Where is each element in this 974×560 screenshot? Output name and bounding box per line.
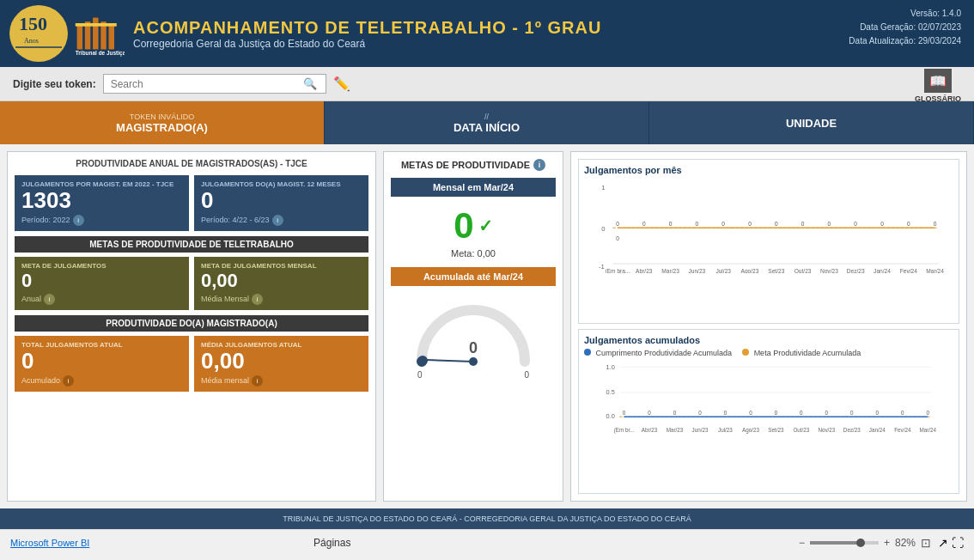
- prod1-label: TOTAL JULGAMENTOS ATUAL: [21, 341, 182, 349]
- prod-box-total: TOTAL JULGAMENTOS ATUAL 0 Acumulado i: [15, 336, 189, 392]
- svg-text:0: 0: [934, 221, 937, 227]
- center-info-icon[interactable]: i: [533, 159, 545, 171]
- svg-text:Set/23: Set/23: [768, 427, 784, 433]
- prod1-info-icon[interactable]: i: [63, 375, 74, 387]
- token-search-input[interactable]: [111, 78, 300, 90]
- zoom-handle[interactable]: [856, 539, 865, 547]
- svg-text:Ago/23: Ago/23: [741, 268, 759, 273]
- tab-magistrado[interactable]: Token Inválido MAGISTRADO(A): [0, 101, 325, 144]
- header-subtitle: Corregedoria Geral da Justiça do Estado …: [133, 38, 601, 50]
- svg-rect-9: [109, 26, 114, 50]
- metric2-period: Período: 4/22 - 6/23 i: [201, 215, 362, 226]
- svg-text:0: 0: [825, 410, 829, 416]
- prod2-value: 0,00: [201, 349, 362, 374]
- chart1-svg: 1 0 -1 0 0 0 0 0 0 0 0 0: [584, 179, 953, 273]
- svg-text:0: 0: [901, 410, 904, 416]
- tab-unidade[interactable]: UNIDADE: [649, 101, 974, 144]
- svg-text:Set/23: Set/23: [768, 268, 784, 273]
- svg-text:Jul/23: Jul/23: [718, 427, 733, 433]
- pages-label: Páginas: [314, 537, 350, 549]
- svg-text:Jul/23: Jul/23: [715, 268, 731, 273]
- svg-point-13: [469, 357, 478, 366]
- svg-text:1: 1: [601, 184, 605, 192]
- svg-text:0: 0: [907, 221, 910, 227]
- acum-header: Acumulada até Mar/24: [391, 267, 556, 286]
- svg-text:Mar/24: Mar/24: [919, 427, 936, 433]
- svg-text:150: 150: [19, 13, 47, 34]
- token-input-wrap[interactable]: 🔍: [103, 74, 326, 94]
- monthly-header: Mensal em Mar/24: [391, 178, 556, 197]
- goal2-info-icon[interactable]: i: [252, 294, 263, 305]
- goal2-sub: Média Mensal i: [201, 294, 362, 305]
- svg-text:Abr/23: Abr/23: [636, 268, 653, 273]
- zoom-slider[interactable]: [810, 541, 879, 545]
- metric2-info-icon[interactable]: i: [272, 215, 283, 226]
- svg-text:Nov/23: Nov/23: [820, 268, 838, 273]
- svg-text:0.0: 0.0: [606, 412, 615, 420]
- svg-text:Anos: Anos: [24, 37, 39, 45]
- legend-item-orange: Meta Produtividade Acumulada: [742, 349, 861, 357]
- logo-150-anos: 150 Anos: [9, 4, 69, 63]
- powerbi-link[interactable]: Microsoft Power BI: [10, 538, 89, 548]
- zoom-fill: [810, 541, 858, 545]
- edit-icon[interactable]: ✏️: [333, 76, 350, 92]
- goal2-label: META DE JULGAMENTOS MENSAL: [201, 262, 362, 270]
- glossario-button[interactable]: 📖 GLOSSÁRIO: [915, 69, 961, 103]
- metric1-period: Período: 2022 i: [21, 215, 182, 226]
- goal1-sub: Anual i: [21, 294, 182, 305]
- svg-text:0: 0: [775, 410, 778, 416]
- gauge-max-label: 0: [524, 370, 529, 380]
- left-panel-title: PRODUTIVIDADE ANUAL DE MAGISTRADOS(AS) -…: [15, 159, 368, 168]
- token-label: Digite seu token:: [13, 78, 96, 90]
- data-geracao: Data Geração: 02/07/2023: [849, 21, 961, 34]
- goal1-value: 0: [21, 270, 182, 292]
- zoom-plus[interactable]: +: [884, 537, 890, 549]
- main-title: ACOMPANHAMENTO DE TELETRABALHO - 1º GRAU: [133, 18, 601, 38]
- svg-text:0: 0: [721, 221, 725, 227]
- monthly-value: 0 ✓: [391, 205, 556, 247]
- svg-text:1.0: 1.0: [606, 363, 615, 371]
- right-panel: Julgamentos por mês 1 0 -1 0 0 0 0 0: [570, 151, 967, 502]
- svg-text:Mar/23: Mar/23: [661, 268, 679, 273]
- chart1-area: 1 0 -1 0 0 0 0 0 0 0 0 0: [584, 179, 953, 273]
- svg-text:Dez/23: Dez/23: [847, 268, 865, 273]
- prod1-value: 0: [21, 349, 182, 374]
- metric1-info-icon[interactable]: i: [73, 215, 84, 226]
- data-atualizacao: Data Atualização: 29/03/2024: [849, 34, 961, 48]
- svg-text:0: 0: [673, 410, 677, 416]
- svg-text:Dez/23: Dez/23: [843, 427, 861, 433]
- zoom-minus[interactable]: −: [799, 537, 805, 549]
- svg-text:Jan/24: Jan/24: [869, 427, 886, 433]
- orange-dot: [742, 349, 749, 356]
- gauge-labels: 0 0: [417, 370, 529, 380]
- monthly-meta-section: Mensal em Mar/24 0 ✓ Meta: 0,00: [391, 178, 556, 259]
- footer-bar: TRIBUNAL DE JUSTIÇA DO ESTADO DO CEARÁ -…: [0, 508, 974, 529]
- chart2-legend: Cumprimento Produtividade Acumulada Meta…: [584, 349, 953, 357]
- svg-text:0: 0: [696, 221, 699, 227]
- svg-rect-5: [77, 26, 82, 50]
- checkmark-icon: ✓: [478, 216, 493, 236]
- metric-box-1303: JULGAMENTOS POR MAGIST. EM 2022 - TJCE 1…: [15, 175, 189, 231]
- header-title-block: ACOMPANHAMENTO DE TELETRABALHO - 1º GRAU…: [133, 18, 601, 50]
- expand-icon[interactable]: ⛶: [952, 536, 964, 550]
- svg-text:Mar/24: Mar/24: [926, 268, 944, 273]
- svg-text:0: 0: [854, 221, 857, 227]
- tab-data-inicio[interactable]: // DATA INÍCIO: [325, 101, 649, 144]
- svg-text:0: 0: [601, 225, 605, 233]
- svg-line-12: [426, 360, 473, 362]
- svg-text:0: 0: [748, 221, 752, 227]
- goal-box-anual: META DE JULGAMENTOS 0 Anual i: [15, 257, 189, 310]
- svg-text:0: 0: [749, 410, 752, 416]
- fit-screen-icon[interactable]: ⊡: [921, 536, 931, 550]
- left-panel: PRODUTIVIDADE ANUAL DE MAGISTRADOS(AS) -…: [7, 151, 376, 502]
- svg-rect-10: [76, 23, 117, 27]
- blue-dot: [584, 349, 591, 356]
- prod2-info-icon[interactable]: i: [252, 375, 263, 387]
- acum-meta-section: Acumulada até Mar/24 0 0 0: [391, 267, 556, 380]
- svg-text:0: 0: [724, 410, 727, 416]
- goal2-value: 0,00: [201, 270, 362, 292]
- legend-item-blue: Cumprimento Produtividade Acumulada: [584, 349, 732, 357]
- share-icon[interactable]: ↗: [938, 536, 948, 550]
- svg-text:0: 0: [800, 410, 803, 416]
- goal1-info-icon[interactable]: i: [44, 294, 55, 305]
